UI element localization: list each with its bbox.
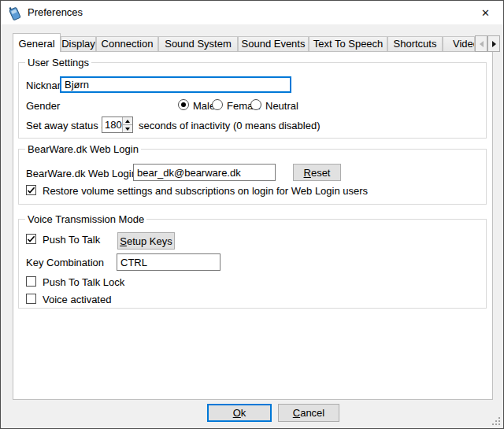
- app-icon: [8, 6, 22, 21]
- close-icon: ✕: [481, 7, 490, 19]
- away-status-suffix-label: seconds of inactivity (0 means disabled): [139, 120, 321, 131]
- checkmark-icon: [26, 234, 36, 244]
- key-combination-label: Key Combination: [26, 257, 104, 268]
- push-to-talk-label: Push To Talk: [43, 234, 100, 246]
- nickname-input[interactable]: [60, 76, 291, 93]
- tab-text-to-speech[interactable]: Text To Speech: [309, 36, 387, 51]
- tab-sound-events[interactable]: Sound Events: [238, 36, 309, 51]
- tab-shortcuts[interactable]: Shortcuts: [387, 36, 443, 51]
- group-voice-transmission-title: Voice Transmission Mode: [25, 213, 146, 225]
- restore-volume-label: Restore volume settings and subscription…: [43, 185, 368, 197]
- tab-video[interactable]: Video: [443, 36, 475, 51]
- checkmark-icon: [26, 185, 36, 195]
- resize-grip[interactable]: [491, 416, 501, 426]
- window-title: Preferences: [28, 1, 83, 24]
- title-bar[interactable]: Preferences ✕: [1, 1, 503, 24]
- spinner-buttons: [122, 117, 132, 132]
- chevron-left-icon: [480, 41, 484, 47]
- web-login-id-label: BearWare.dk Web Login ID: [26, 168, 150, 179]
- radio-dot-icon: [181, 102, 186, 107]
- push-to-talk-lock-label: Push To Talk Lock: [43, 276, 124, 288]
- chevron-right-icon: [492, 41, 496, 47]
- arrow-up-icon: [125, 120, 130, 123]
- key-combination-input[interactable]: [117, 253, 220, 271]
- ok-button[interactable]: Ok: [207, 404, 272, 422]
- close-button[interactable]: ✕: [468, 1, 503, 24]
- gender-label: Gender: [26, 100, 60, 112]
- push-to-talk-lock-checkbox[interactable]: [26, 276, 36, 287]
- spin-up-button[interactable]: [123, 117, 132, 125]
- gender-male-radio[interactable]: [178, 99, 189, 110]
- cancel-button[interactable]: Cancel: [278, 404, 339, 422]
- gender-neutral-radio[interactable]: [250, 99, 261, 110]
- group-user-settings-title: User Settings: [25, 57, 91, 68]
- away-seconds-value: 180: [102, 117, 122, 132]
- group-web-login-title: BearWare.dk Web Login: [25, 143, 141, 155]
- restore-volume-checkbox[interactable]: [26, 185, 36, 195]
- arrow-down-icon: [125, 128, 130, 131]
- voice-activated-checkbox[interactable]: [26, 294, 36, 304]
- push-to-talk-checkbox[interactable]: [26, 234, 36, 244]
- tab-general[interactable]: General: [13, 33, 61, 52]
- gender-neutral-label: Neutral: [265, 100, 298, 112]
- reset-button[interactable]: Reset: [293, 164, 341, 181]
- setup-keys-button[interactable]: Setup Keys: [117, 232, 175, 250]
- away-seconds-spinner[interactable]: 180: [102, 116, 133, 133]
- tab-scroll-left-button[interactable]: [475, 35, 487, 52]
- tab-display[interactable]: Display: [61, 36, 96, 51]
- tab-sound-system[interactable]: Sound System: [158, 36, 238, 51]
- web-login-id-input[interactable]: [133, 164, 276, 181]
- preferences-dialog: Preferences ✕ General Display Connection…: [0, 0, 504, 429]
- gender-female-radio[interactable]: [212, 99, 223, 110]
- tab-scroll-right-button[interactable]: [487, 35, 500, 52]
- tab-connection[interactable]: Connection: [96, 36, 158, 51]
- voice-activated-label: Voice activated: [43, 294, 111, 305]
- spin-down-button[interactable]: [123, 125, 132, 132]
